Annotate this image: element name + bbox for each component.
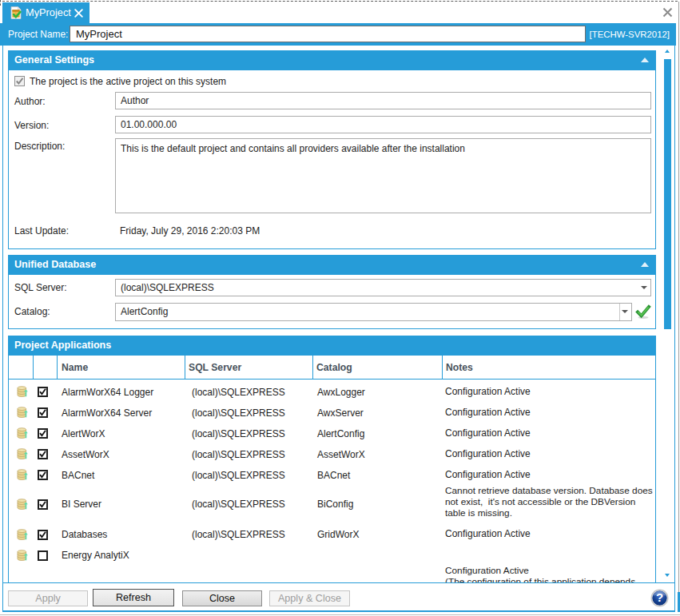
svg-text:?: ? (656, 590, 663, 604)
